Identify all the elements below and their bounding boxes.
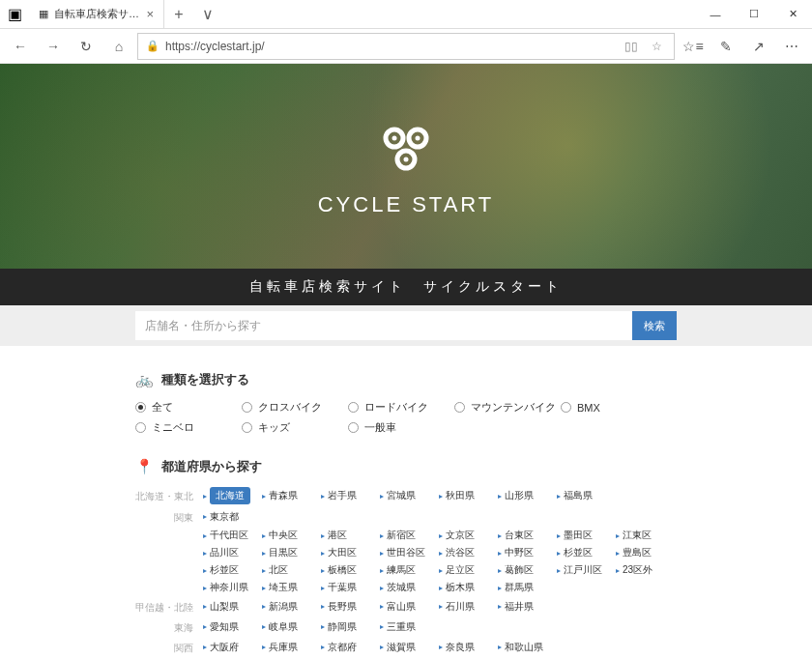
prefecture-link[interactable]: ▸23区外: [616, 563, 675, 577]
prefecture-link[interactable]: ▸墨田区: [557, 529, 616, 542]
prefecture-link[interactable]: ▸青森県: [262, 487, 321, 504]
prefecture-link[interactable]: ▸奈良県: [439, 639, 498, 655]
prefecture-name: 千葉県: [328, 581, 357, 594]
prefecture-name: 23区外: [623, 563, 652, 577]
home-button[interactable]: ⌂: [104, 32, 133, 61]
prefecture-link[interactable]: ▸板橋区: [321, 563, 380, 577]
prefecture-link[interactable]: ▸京都府: [321, 639, 380, 655]
type-option[interactable]: キッズ: [242, 420, 348, 435]
window-maximize-button[interactable]: ☐: [735, 0, 773, 29]
prefecture-link[interactable]: ▸港区: [321, 529, 380, 542]
prefecture-name: 栃木県: [446, 581, 475, 594]
refresh-button[interactable]: ↻: [72, 32, 101, 61]
share-button[interactable]: ↗: [744, 32, 773, 61]
search-button[interactable]: 検索: [632, 311, 677, 340]
new-tab-button[interactable]: +: [164, 6, 193, 23]
search-input[interactable]: [135, 311, 632, 340]
caret-icon: ▸: [498, 531, 502, 540]
prefecture-link[interactable]: ▸秋田県: [439, 487, 498, 504]
prefecture-link[interactable]: ▸岩手県: [321, 487, 380, 504]
prefecture-link[interactable]: ▸岐阜県: [262, 618, 321, 635]
prefecture-link[interactable]: ▸台東区: [498, 529, 557, 542]
type-option[interactable]: ミニベロ: [135, 420, 242, 435]
prefecture-name: 中央区: [269, 529, 298, 542]
radio-icon: [348, 422, 359, 433]
prefecture-link[interactable]: ▸富山県: [380, 598, 439, 615]
prefecture-link[interactable]: ▸神奈川県: [203, 581, 262, 594]
forward-button[interactable]: →: [39, 32, 68, 61]
window-close-button[interactable]: ✕: [773, 0, 812, 29]
prefecture-link[interactable]: ▸山梨県: [203, 598, 262, 615]
window-minimize-button[interactable]: —: [696, 0, 735, 29]
prefecture-link[interactable]: ▸宮城県: [380, 487, 439, 504]
close-tab-icon[interactable]: ×: [146, 7, 154, 21]
prefecture-link[interactable]: ▸北区: [262, 563, 321, 577]
prefecture-name: 江東区: [623, 529, 652, 542]
type-options: 全てクロスバイクロードバイクマウンテンバイクBMXミニベロキッズ一般車: [135, 400, 677, 435]
favorite-icon[interactable]: ☆: [648, 40, 666, 53]
svg-point-4: [416, 136, 420, 141]
tab-group-icon[interactable]: ▣: [0, 5, 29, 23]
prefecture-link[interactable]: ▸杉並区: [203, 563, 262, 577]
prefecture-link[interactable]: ▸大阪府: [203, 639, 262, 655]
prefecture-link[interactable]: ▸江東区: [616, 529, 675, 542]
prefecture-link[interactable]: ▸福島県: [557, 487, 616, 504]
prefecture-link[interactable]: ▸目黒区: [262, 546, 321, 559]
prefecture-link[interactable]: ▸群馬県: [498, 581, 557, 594]
caret-icon: ▸: [380, 492, 384, 501]
prefecture-name: 富山県: [387, 600, 416, 614]
region-row: 東海▸愛知県▸岐阜県▸静岡県▸三重県: [135, 618, 677, 635]
prefecture-link[interactable]: ▸静岡県: [321, 618, 380, 635]
caret-icon: ▸: [321, 531, 325, 540]
address-bar[interactable]: 🔒 https://cyclestart.jp/ ▯▯ ☆: [137, 33, 675, 60]
region-label: [135, 546, 203, 559]
prefecture-link[interactable]: ▸福井県: [498, 598, 557, 615]
prefecture-link[interactable]: ▸埼玉県: [262, 581, 321, 594]
prefecture-link[interactable]: ▸中野区: [498, 546, 557, 559]
prefecture-link[interactable]: ▸練馬区: [380, 563, 439, 577]
prefecture-link[interactable]: ▸豊島区: [616, 546, 675, 559]
prefecture-link[interactable]: ▸千代田区: [203, 529, 262, 542]
prefecture-link[interactable]: ▸大田区: [321, 546, 380, 559]
type-option[interactable]: クロスバイク: [242, 400, 348, 415]
main-content: 🚲 種類を選択する 全てクロスバイクロードバイクマウンテンバイクBMXミニベロキ…: [135, 371, 677, 659]
prefecture-link[interactable]: ▸新宿区: [380, 529, 439, 542]
type-option[interactable]: ロードバイク: [348, 400, 454, 415]
browser-tab[interactable]: ▦ 自転車店検索サイト|サイ ×: [29, 0, 164, 29]
prefecture-link[interactable]: ▸世田谷区: [380, 546, 439, 559]
more-button[interactable]: ⋯: [777, 32, 806, 61]
prefecture-link[interactable]: ▸滋賀県: [380, 639, 439, 655]
prefecture-link[interactable]: ▸山形県: [498, 487, 557, 504]
type-option[interactable]: マウンテンバイク: [454, 400, 561, 415]
prefecture-link[interactable]: ▸栃木県: [439, 581, 498, 594]
prefecture-link[interactable]: ▸石川県: [439, 598, 498, 615]
prefecture-link[interactable]: ▸和歌山県: [498, 639, 557, 655]
prefecture-link[interactable]: ▸千葉県: [321, 581, 380, 594]
type-option[interactable]: 全て: [135, 400, 242, 415]
prefecture-link[interactable]: ▸兵庫県: [262, 639, 321, 655]
type-option[interactable]: BMX: [561, 400, 667, 415]
prefecture-link[interactable]: ▸長野県: [321, 598, 380, 615]
prefecture-link[interactable]: ▸渋谷区: [439, 546, 498, 559]
prefecture-link[interactable]: ▸杉並区: [557, 546, 616, 559]
caret-icon: ▸: [557, 492, 561, 501]
favorites-button[interactable]: ☆≡: [679, 32, 708, 61]
prefecture-name: 新潟県: [269, 600, 298, 614]
prefecture-link[interactable]: ▸愛知県: [203, 618, 262, 635]
reading-view-icon[interactable]: ▯▯: [621, 40, 642, 53]
prefecture-link[interactable]: ▸新潟県: [262, 598, 321, 615]
prefecture-link[interactable]: ▸中央区: [262, 529, 321, 542]
prefecture-link[interactable]: ▸茨城県: [380, 581, 439, 594]
prefecture-link[interactable]: ▸文京区: [439, 529, 498, 542]
type-option[interactable]: 一般車: [348, 420, 454, 435]
prefecture-link[interactable]: ▸北海道: [203, 487, 262, 504]
prefecture-link[interactable]: ▸東京都: [203, 508, 262, 525]
prefecture-link[interactable]: ▸足立区: [439, 563, 498, 577]
prefecture-link[interactable]: ▸江戸川区: [557, 563, 616, 577]
back-button[interactable]: ←: [6, 32, 35, 61]
prefecture-link[interactable]: ▸品川区: [203, 546, 262, 559]
prefecture-link[interactable]: ▸葛飾区: [498, 563, 557, 577]
prefecture-link[interactable]: ▸三重県: [380, 618, 439, 635]
notes-button[interactable]: ✎: [711, 32, 740, 61]
tab-overflow-icon[interactable]: ∨: [193, 5, 222, 23]
